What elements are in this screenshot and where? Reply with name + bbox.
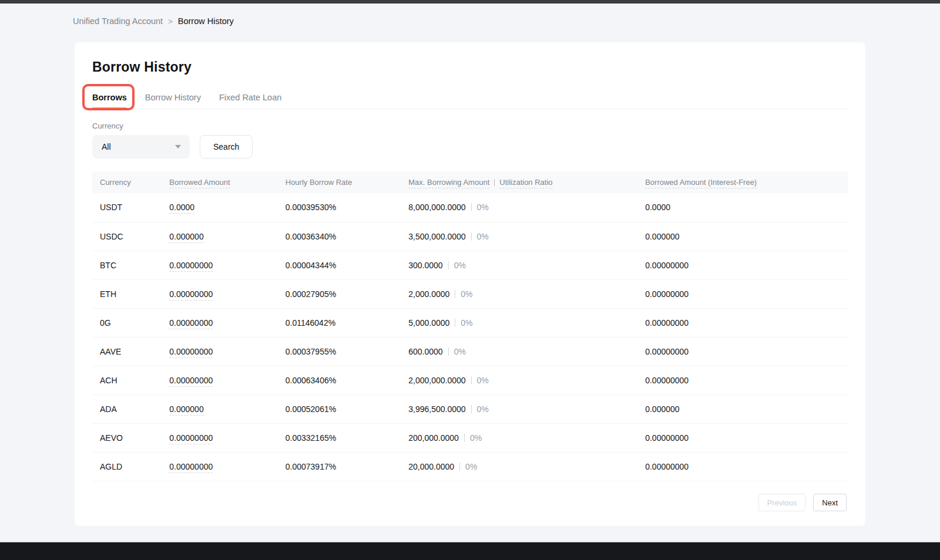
table-row: AGLD 0.00000000 0.00073917% 20,000.00000…: [92, 452, 848, 481]
page-title: Borrow History: [92, 59, 848, 75]
cell-borrowed-amount: 0.000000: [169, 394, 285, 423]
value-divider: [471, 405, 472, 413]
tab-borrow-history-label: Borrow History: [145, 93, 201, 102]
cell-max-borrowing-utilization: 600.00000%: [408, 337, 645, 366]
cell-hourly-borrow-rate: 0.01146042%: [286, 308, 408, 337]
cell-hourly-borrow-rate: 0.00063406%: [286, 366, 408, 394]
table-row: ACH 0.00000000 0.00063406% 2,000,000.000…: [92, 366, 848, 394]
cell-max-borrowing-utilization: 2,000,000.00000%: [408, 366, 645, 394]
cell-borrowed-amount: 0.00000000: [169, 366, 285, 394]
tab-fixed-rate-loan-label: Fixed Rate Loan: [219, 93, 281, 102]
cell-hourly-borrow-rate: 0.00004344%: [286, 251, 408, 279]
cell-currency: USDC: [92, 222, 169, 251]
cell-interest-free: 0.000000: [645, 222, 848, 251]
breadcrumb-parent-link[interactable]: Unified Trading Account: [73, 16, 163, 26]
cell-interest-free: 0.000000: [645, 394, 848, 423]
value-divider: [471, 203, 472, 211]
search-button[interactable]: Search: [200, 135, 253, 158]
table-row: USDC 0.000000 0.00036340% 3,500,000.0000…: [92, 222, 848, 251]
value-divider: [459, 463, 460, 471]
cell-hourly-borrow-rate: 0.00027905%: [286, 279, 408, 308]
table-row: AEVO 0.00000000 0.00332165% 200,000.0000…: [92, 423, 848, 452]
chevron-down-icon: [175, 145, 181, 149]
cell-max-borrowing-utilization: 3,500,000.00000%: [408, 222, 645, 251]
cell-borrowed-amount: 0.00000000: [169, 423, 285, 452]
tab-fixed-rate-loan[interactable]: Fixed Rate Loan: [219, 86, 281, 109]
window-top-bar: [0, 0, 940, 4]
active-tab-underline: [92, 107, 127, 109]
header-currency: Currency: [92, 171, 169, 193]
tab-borrow-history[interactable]: Borrow History: [145, 86, 201, 109]
cell-interest-free: 0.0000: [645, 193, 848, 222]
table-row: 0G 0.00000000 0.01146042% 5,000.00000% 0…: [92, 308, 848, 337]
value-divider: [448, 261, 449, 269]
table-header-row: Currency Borrowed Amount Hourly Borrow R…: [92, 171, 848, 193]
cell-borrowed-amount: 0.0000: [169, 193, 285, 222]
table-row: ADA 0.000000 0.00052061% 3,996,500.00000…: [92, 394, 848, 423]
cell-interest-free: 0.00000000: [645, 251, 848, 279]
header-max-borrowing-utilization: Max. Borrowing AmountUtilization Ratio: [408, 171, 645, 193]
header-hourly-borrow-rate: Hourly Borrow Rate: [286, 171, 408, 193]
value-divider: [471, 232, 472, 241]
cell-interest-free: 0.00000000: [645, 452, 848, 481]
cell-borrowed-amount: 0.00000000: [169, 452, 285, 481]
value-divider: [471, 376, 472, 384]
borrow-history-panel: Borrow History Borrows Borrow History Fi…: [75, 42, 865, 526]
cell-interest-free: 0.00000000: [645, 366, 848, 394]
cell-borrowed-amount: 0.000000: [169, 222, 285, 251]
table-row: USDT 0.0000 0.00039530% 8,000,000.00000%…: [92, 193, 848, 222]
cell-currency: ACH: [92, 366, 169, 394]
cell-max-borrowing-utilization: 300.00000%: [408, 251, 645, 279]
cell-currency: ETH: [92, 279, 169, 308]
cell-borrowed-amount: 0.00000000: [169, 251, 285, 279]
cell-hourly-borrow-rate: 0.00037955%: [286, 337, 408, 366]
cell-hourly-borrow-rate: 0.00052061%: [286, 394, 408, 423]
cell-max-borrowing-utilization: 8,000,000.00000%: [408, 193, 645, 222]
header-separator: [494, 179, 495, 186]
cell-interest-free: 0.00000000: [645, 308, 848, 337]
cell-max-borrowing-utilization: 3,996,500.00000%: [408, 394, 645, 423]
filter-row: All Search: [92, 135, 848, 158]
currency-select-value: All: [102, 142, 111, 151]
cell-borrowed-amount: 0.00000000: [169, 308, 285, 337]
cell-borrowed-amount: 0.00000000: [169, 337, 285, 366]
cell-interest-free: 0.00000000: [645, 337, 848, 366]
tab-borrows-label: Borrows: [92, 93, 127, 102]
cell-currency: BTC: [92, 251, 169, 279]
cell-currency: USDT: [92, 193, 169, 222]
pagination: Previous Next: [758, 494, 847, 511]
header-borrowed-interest-free: Borrowed Amount (Interest-Free): [645, 171, 848, 193]
cell-max-borrowing-utilization: 20,000.00000%: [408, 452, 645, 481]
value-divider: [464, 434, 465, 442]
window-bottom-bar: [0, 542, 940, 560]
cell-interest-free: 0.00000000: [645, 279, 848, 308]
value-divider: [448, 348, 449, 356]
breadcrumb: Unified Trading Account > Borrow History: [73, 16, 234, 26]
cell-currency: AAVE: [92, 337, 169, 366]
cell-currency: 0G: [92, 308, 169, 337]
borrows-table: Currency Borrowed Amount Hourly Borrow R…: [92, 171, 848, 481]
header-utilization-ratio[interactable]: Utilization Ratio: [499, 178, 552, 188]
cell-hourly-borrow-rate: 0.00073917%: [286, 452, 408, 481]
cell-currency: ADA: [92, 394, 169, 423]
cell-currency: AGLD: [92, 452, 169, 481]
table-row: AAVE 0.00000000 0.00037955% 600.00000% 0…: [92, 337, 848, 366]
cell-hourly-borrow-rate: 0.00332165%: [286, 423, 408, 452]
cell-interest-free: 0.00000000: [645, 423, 848, 452]
cell-max-borrowing-utilization: 200,000.00000%: [408, 423, 645, 452]
value-divider: [455, 319, 455, 327]
tab-borrows[interactable]: Borrows: [92, 86, 127, 109]
table-row: BTC 0.00000000 0.00004344% 300.00000% 0.…: [92, 251, 848, 279]
currency-select[interactable]: All: [92, 135, 190, 158]
cell-max-borrowing-utilization: 2,000.00000%: [408, 279, 645, 308]
value-divider: [455, 290, 455, 298]
breadcrumb-separator-icon: >: [168, 17, 173, 26]
cell-borrowed-amount: 0.00000000: [169, 279, 285, 308]
previous-page-button[interactable]: Previous: [758, 494, 806, 511]
header-max-borrowing-amount[interactable]: Max. Borrowing Amount: [408, 178, 489, 188]
cell-max-borrowing-utilization: 5,000.00000%: [408, 308, 645, 337]
table-row: ETH 0.00000000 0.00027905% 2,000.00000% …: [92, 279, 848, 308]
cell-currency: AEVO: [92, 423, 169, 452]
next-page-button[interactable]: Next: [813, 494, 847, 511]
tab-bar: Borrows Borrow History Fixed Rate Loan: [92, 86, 848, 109]
